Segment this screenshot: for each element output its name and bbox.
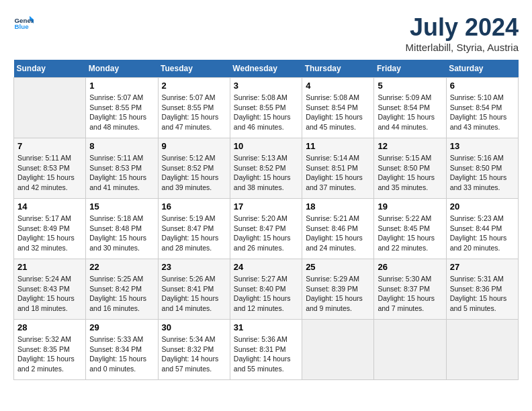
svg-text:Blue: Blue bbox=[15, 23, 30, 30]
location-subtitle: Mitterlabill, Styria, Austria bbox=[406, 42, 519, 53]
day-info: Sunrise: 5:19 AMSunset: 8:47 PMDaylight:… bbox=[162, 214, 226, 253]
day-number: 14 bbox=[17, 201, 82, 212]
calendar-cell bbox=[14, 78, 86, 138]
day-info: Sunrise: 5:34 AMSunset: 8:32 PMDaylight:… bbox=[162, 334, 226, 374]
calendar-cell: 20Sunrise: 5:23 AMSunset: 8:44 PMDayligh… bbox=[446, 199, 518, 259]
day-number: 12 bbox=[378, 141, 442, 151]
calendar-week-row: 14Sunrise: 5:17 AMSunset: 8:49 PMDayligh… bbox=[14, 199, 519, 259]
day-number: 18 bbox=[306, 201, 370, 212]
day-number: 2 bbox=[162, 81, 226, 91]
calendar-cell bbox=[302, 320, 374, 380]
day-info: Sunrise: 5:22 AMSunset: 8:45 PMDaylight:… bbox=[378, 214, 442, 253]
day-info: Sunrise: 5:25 AMSunset: 8:42 PMDaylight:… bbox=[89, 274, 154, 314]
calendar-week-row: 7Sunrise: 5:11 AMSunset: 8:53 PMDaylight… bbox=[14, 138, 519, 199]
title-area: July 2024 Mitterlabill, Styria, Austria bbox=[406, 13, 519, 53]
calendar-cell: 6Sunrise: 5:10 AMSunset: 8:54 PMDaylight… bbox=[446, 78, 518, 138]
header-saturday: Saturday bbox=[446, 60, 518, 78]
day-number: 13 bbox=[450, 141, 515, 151]
day-number: 31 bbox=[234, 322, 298, 332]
day-info: Sunrise: 5:13 AMSunset: 8:52 PMDaylight:… bbox=[234, 153, 298, 193]
day-number: 4 bbox=[306, 81, 370, 91]
calendar-header-row: SundayMondayTuesdayWednesdayThursdayFrid… bbox=[14, 60, 519, 78]
day-info: Sunrise: 5:29 AMSunset: 8:39 PMDaylight:… bbox=[306, 274, 370, 314]
day-info: Sunrise: 5:09 AMSunset: 8:54 PMDaylight:… bbox=[378, 93, 442, 132]
day-number: 25 bbox=[306, 262, 370, 272]
calendar-cell: 9Sunrise: 5:12 AMSunset: 8:52 PMDaylight… bbox=[158, 138, 230, 199]
day-number: 1 bbox=[89, 81, 154, 91]
calendar-cell: 17Sunrise: 5:20 AMSunset: 8:47 PMDayligh… bbox=[230, 199, 302, 259]
calendar-cell: 10Sunrise: 5:13 AMSunset: 8:52 PMDayligh… bbox=[230, 138, 302, 199]
calendar-cell: 3Sunrise: 5:08 AMSunset: 8:55 PMDaylight… bbox=[230, 78, 302, 138]
calendar-cell: 23Sunrise: 5:26 AMSunset: 8:41 PMDayligh… bbox=[158, 259, 230, 320]
calendar-cell: 31Sunrise: 5:36 AMSunset: 8:31 PMDayligh… bbox=[230, 320, 302, 380]
day-number: 20 bbox=[450, 201, 515, 212]
calendar-cell: 16Sunrise: 5:19 AMSunset: 8:47 PMDayligh… bbox=[158, 199, 230, 259]
day-number: 19 bbox=[378, 201, 442, 212]
header-wednesday: Wednesday bbox=[230, 60, 302, 78]
calendar-cell: 24Sunrise: 5:27 AMSunset: 8:40 PMDayligh… bbox=[230, 259, 302, 320]
day-number: 9 bbox=[162, 141, 226, 151]
day-info: Sunrise: 5:07 AMSunset: 8:55 PMDaylight:… bbox=[89, 93, 154, 132]
calendar-cell: 18Sunrise: 5:21 AMSunset: 8:46 PMDayligh… bbox=[302, 199, 374, 259]
day-info: Sunrise: 5:08 AMSunset: 8:55 PMDaylight:… bbox=[234, 93, 298, 132]
calendar-cell: 22Sunrise: 5:25 AMSunset: 8:42 PMDayligh… bbox=[86, 259, 158, 320]
day-number: 7 bbox=[17, 141, 82, 151]
calendar-cell bbox=[446, 320, 518, 380]
day-info: Sunrise: 5:33 AMSunset: 8:34 PMDaylight:… bbox=[89, 334, 154, 374]
day-number: 16 bbox=[162, 201, 226, 212]
calendar-cell: 1Sunrise: 5:07 AMSunset: 8:55 PMDaylight… bbox=[86, 78, 158, 138]
calendar-cell: 28Sunrise: 5:32 AMSunset: 8:35 PMDayligh… bbox=[14, 320, 86, 380]
day-number: 30 bbox=[162, 322, 226, 332]
calendar-cell: 21Sunrise: 5:24 AMSunset: 8:43 PMDayligh… bbox=[14, 259, 86, 320]
day-info: Sunrise: 5:27 AMSunset: 8:40 PMDaylight:… bbox=[234, 274, 298, 314]
day-number: 23 bbox=[162, 262, 226, 272]
calendar-cell: 4Sunrise: 5:08 AMSunset: 8:54 PMDaylight… bbox=[302, 78, 374, 138]
calendar-week-row: 28Sunrise: 5:32 AMSunset: 8:35 PMDayligh… bbox=[14, 320, 519, 380]
day-info: Sunrise: 5:36 AMSunset: 8:31 PMDaylight:… bbox=[234, 334, 298, 374]
calendar-cell: 12Sunrise: 5:15 AMSunset: 8:50 PMDayligh… bbox=[374, 138, 446, 199]
calendar-cell: 2Sunrise: 5:07 AMSunset: 8:55 PMDaylight… bbox=[158, 78, 230, 138]
calendar-cell: 27Sunrise: 5:31 AMSunset: 8:36 PMDayligh… bbox=[446, 259, 518, 320]
day-info: Sunrise: 5:21 AMSunset: 8:46 PMDaylight:… bbox=[306, 214, 370, 253]
header-monday: Monday bbox=[86, 60, 158, 78]
calendar-cell: 13Sunrise: 5:16 AMSunset: 8:50 PMDayligh… bbox=[446, 138, 518, 199]
day-info: Sunrise: 5:11 AMSunset: 8:53 PMDaylight:… bbox=[89, 153, 154, 193]
day-number: 24 bbox=[234, 262, 298, 272]
day-info: Sunrise: 5:17 AMSunset: 8:49 PMDaylight:… bbox=[17, 214, 82, 253]
calendar-cell: 25Sunrise: 5:29 AMSunset: 8:39 PMDayligh… bbox=[302, 259, 374, 320]
calendar-cell: 8Sunrise: 5:11 AMSunset: 8:53 PMDaylight… bbox=[86, 138, 158, 199]
calendar-cell: 14Sunrise: 5:17 AMSunset: 8:49 PMDayligh… bbox=[14, 199, 86, 259]
day-number: 17 bbox=[234, 201, 298, 212]
calendar-cell: 5Sunrise: 5:09 AMSunset: 8:54 PMDaylight… bbox=[374, 78, 446, 138]
day-info: Sunrise: 5:31 AMSunset: 8:36 PMDaylight:… bbox=[450, 274, 515, 314]
day-number: 11 bbox=[306, 141, 370, 151]
day-info: Sunrise: 5:32 AMSunset: 8:35 PMDaylight:… bbox=[17, 334, 82, 374]
day-info: Sunrise: 5:20 AMSunset: 8:47 PMDaylight:… bbox=[234, 214, 298, 253]
header-tuesday: Tuesday bbox=[158, 60, 230, 78]
calendar-week-row: 1Sunrise: 5:07 AMSunset: 8:55 PMDaylight… bbox=[14, 78, 519, 138]
calendar-cell bbox=[374, 320, 446, 380]
calendar-table: SundayMondayTuesdayWednesdayThursdayFrid… bbox=[13, 60, 519, 380]
calendar-cell: 26Sunrise: 5:30 AMSunset: 8:37 PMDayligh… bbox=[374, 259, 446, 320]
day-info: Sunrise: 5:10 AMSunset: 8:54 PMDaylight:… bbox=[450, 93, 515, 132]
header-sunday: Sunday bbox=[14, 60, 86, 78]
day-number: 3 bbox=[234, 81, 298, 91]
day-info: Sunrise: 5:23 AMSunset: 8:44 PMDaylight:… bbox=[450, 214, 515, 253]
calendar-cell: 11Sunrise: 5:14 AMSunset: 8:51 PMDayligh… bbox=[302, 138, 374, 199]
day-info: Sunrise: 5:14 AMSunset: 8:51 PMDaylight:… bbox=[306, 153, 370, 193]
day-number: 28 bbox=[17, 322, 82, 332]
day-info: Sunrise: 5:08 AMSunset: 8:54 PMDaylight:… bbox=[306, 93, 370, 132]
day-info: Sunrise: 5:07 AMSunset: 8:55 PMDaylight:… bbox=[162, 93, 226, 132]
day-number: 27 bbox=[450, 262, 515, 272]
logo: General Blue bbox=[13, 13, 34, 34]
day-number: 6 bbox=[450, 81, 515, 91]
calendar-cell: 19Sunrise: 5:22 AMSunset: 8:45 PMDayligh… bbox=[374, 199, 446, 259]
calendar-cell: 15Sunrise: 5:18 AMSunset: 8:48 PMDayligh… bbox=[86, 199, 158, 259]
day-number: 8 bbox=[89, 141, 154, 151]
day-number: 10 bbox=[234, 141, 298, 151]
day-info: Sunrise: 5:30 AMSunset: 8:37 PMDaylight:… bbox=[378, 274, 442, 314]
calendar-cell: 29Sunrise: 5:33 AMSunset: 8:34 PMDayligh… bbox=[86, 320, 158, 380]
calendar-cell: 30Sunrise: 5:34 AMSunset: 8:32 PMDayligh… bbox=[158, 320, 230, 380]
day-info: Sunrise: 5:26 AMSunset: 8:41 PMDaylight:… bbox=[162, 274, 226, 314]
page-header: General Blue July 2024 Mitterlabill, Sty… bbox=[13, 13, 519, 53]
